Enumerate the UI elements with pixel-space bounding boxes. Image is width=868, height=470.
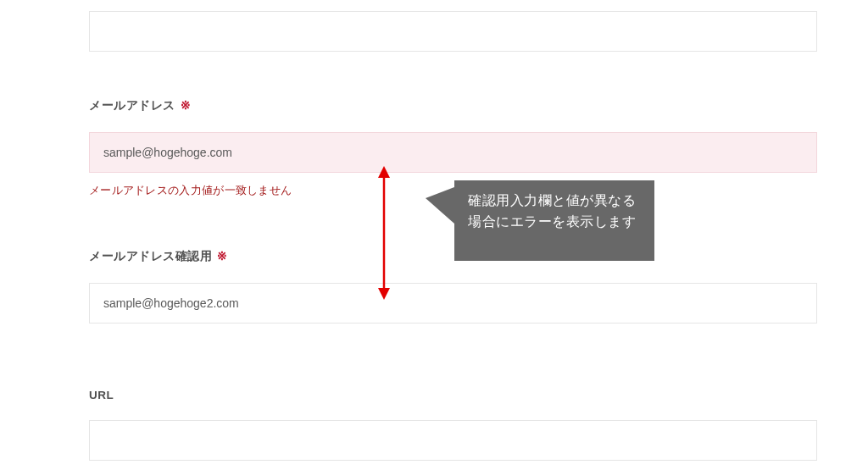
url-input[interactable] (89, 420, 817, 461)
email-confirm-label: メールアドレス確認用 ※ (89, 249, 817, 264)
email-label-text: メールアドレス (89, 99, 175, 112)
required-mark: ※ (181, 99, 192, 112)
required-mark: ※ (217, 250, 228, 263)
email-confirm-field-group: メールアドレス確認用 ※ sample@hogehoge2.com (89, 249, 817, 323)
url-field-group: URL (89, 389, 817, 461)
unknown-top-input[interactable] (89, 11, 817, 52)
callout-arrow-icon (426, 187, 454, 224)
email-confirm-label-text: メールアドレス確認用 (89, 250, 212, 263)
url-label-text: URL (89, 389, 114, 401)
explanation-callout: 確認用入力欄と値が異なる場合にエラーを表示します (454, 180, 654, 261)
url-label: URL (89, 389, 817, 401)
callout-text: 確認用入力欄と値が異なる場合にエラーを表示します (468, 191, 641, 233)
email-label: メールアドレス ※ (89, 98, 817, 113)
email-confirm-input[interactable]: sample@hogehoge2.com (89, 283, 817, 323)
email-field-group: メールアドレス ※ sample@hogehoge.com メールアドレスの入力… (89, 98, 817, 198)
form-area: メールアドレス ※ sample@hogehoge.com メールアドレスの入力… (89, 0, 817, 470)
email-input[interactable]: sample@hogehoge.com (89, 132, 817, 173)
